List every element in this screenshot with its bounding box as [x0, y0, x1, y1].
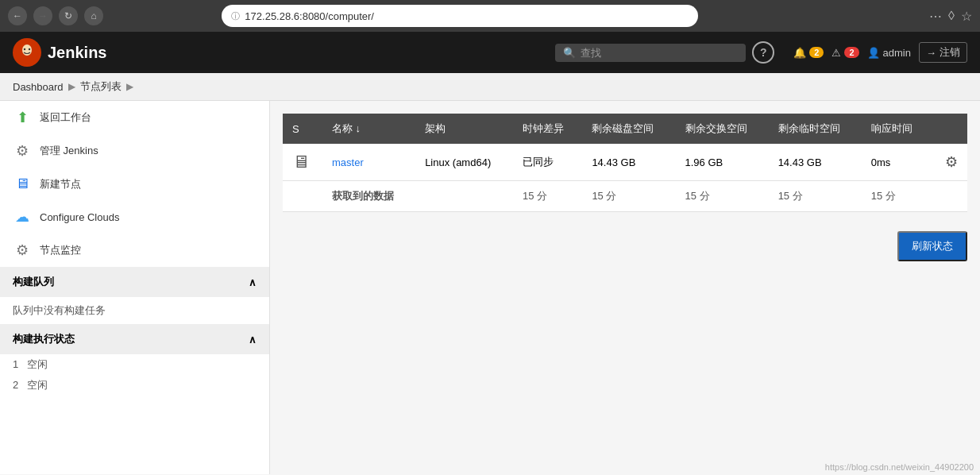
sidebar-configure-clouds-label: Configure Clouds	[40, 211, 119, 223]
sidebar-new-node-label: 新建节点	[40, 177, 81, 191]
data-response-cell: 15 分	[862, 181, 931, 212]
monitor-icon: 🖥	[13, 176, 32, 192]
sidebar-item-configure-clouds[interactable]: ☁ Configure Clouds	[0, 200, 269, 234]
data-disk-cell: 15 分	[582, 181, 675, 212]
col-temp: 剩余临时空间	[769, 114, 862, 144]
arrow-up-icon: ⬆	[13, 109, 32, 126]
home-button[interactable]: ⌂	[84, 6, 103, 25]
executor-1-num: 1	[13, 358, 18, 370]
search-icon: 🔍	[563, 47, 576, 59]
watermark: https://blog.csdn.net/weixin_44902200	[825, 462, 974, 472]
breadcrumb-current: 节点列表	[80, 79, 122, 94]
node-disk-cell: 14.43 GB	[582, 144, 675, 181]
more-icon[interactable]: ⋯	[929, 9, 942, 24]
breadcrumb-dashboard[interactable]: Dashboard	[13, 81, 64, 93]
bell-badge: 2	[809, 47, 824, 58]
bell-notification[interactable]: 🔔 2	[793, 47, 824, 59]
sidebar-item-new-node[interactable]: 🖥 新建节点	[0, 168, 269, 200]
breadcrumb: Dashboard ▶ 节点列表 ▶	[0, 73, 980, 101]
table-header-row: S 名称 ↓ 架构 时钟差异 剩余磁盘空间 剩余交换空间 剩余临时空间 响应时间	[283, 114, 967, 144]
nodes-table: S 名称 ↓ 架构 时钟差异 剩余磁盘空间 剩余交换空间 剩余临时空间 响应时间	[283, 114, 967, 212]
svg-point-2	[24, 48, 25, 50]
node-name-cell: master	[322, 144, 415, 181]
search-input[interactable]	[581, 47, 738, 59]
data-row-label: 获取到的数据	[332, 190, 394, 202]
user-button[interactable]: 👤 admin	[867, 47, 911, 59]
back-button[interactable]: ←	[8, 6, 27, 25]
logout-label: 注销	[939, 45, 960, 60]
col-swap: 剩余交换空间	[676, 114, 769, 144]
sidebar-item-node-monitor[interactable]: ⚙ 节点监控	[0, 234, 269, 267]
sidebar-node-monitor-label: 节点监控	[40, 243, 81, 257]
jenkins-search: 🔍 ?	[555, 41, 774, 64]
node-clock-cell: 已同步	[513, 144, 582, 181]
user-label: admin	[883, 47, 911, 59]
executor-2: 2 空闲	[0, 375, 269, 396]
node-swap-cell: 1.96 GB	[676, 144, 769, 181]
logout-button[interactable]: → 注销	[919, 42, 967, 63]
executor-1: 1 空闲	[0, 354, 269, 375]
svg-point-3	[29, 48, 30, 50]
search-box[interactable]: 🔍	[555, 44, 746, 62]
sidebar-manage-label: 管理 Jenkins	[40, 144, 98, 158]
help-button[interactable]: ?	[752, 41, 774, 64]
sidebar: ⬆ 返回工作台 ⚙ 管理 Jenkins 🖥 新建节点 ☁ Configure …	[0, 101, 270, 474]
gear-icon: ⚙	[13, 142, 32, 160]
warning-notification[interactable]: ⚠ 2	[831, 47, 858, 59]
jenkins-logo-text: Jenkins	[48, 44, 106, 62]
bookmark-icon[interactable]: ◊	[948, 9, 955, 23]
refresh-button[interactable]: 刷新状态	[897, 231, 967, 261]
node-arch-cell: Linux (amd64)	[415, 144, 513, 181]
node-icon-cell: 🖥	[283, 144, 322, 181]
breadcrumb-separator-2: ▶	[126, 81, 133, 92]
col-disk: 剩余磁盘空间	[582, 114, 675, 144]
build-queue-empty: 队列中没有构建任务	[13, 304, 106, 316]
sidebar-item-manage-jenkins[interactable]: ⚙ 管理 Jenkins	[0, 134, 269, 168]
table-row: 🖥 master Linux (amd64) 已同步 14.43 GB 1.96…	[283, 144, 967, 181]
reload-button[interactable]: ↻	[59, 6, 78, 25]
warning-badge: 2	[844, 47, 858, 58]
master-link[interactable]: master	[332, 156, 364, 168]
build-queue-content: 队列中没有构建任务	[0, 297, 269, 324]
node-monitor-icon: 🖥	[292, 152, 310, 172]
jenkins-logo: Jenkins	[13, 38, 106, 67]
build-queue-label: 构建队列	[13, 275, 54, 289]
build-queue-section[interactable]: 构建队列 ∧	[0, 267, 269, 297]
data-empty-cell	[283, 181, 322, 212]
executor-2-status: 空闲	[27, 379, 48, 391]
logout-icon: →	[926, 47, 936, 59]
address-bar[interactable]: ⓘ 172.25.28.6:8080/computer/	[222, 5, 698, 27]
col-response: 响应时间	[862, 114, 931, 144]
data-label-cell: 获取到的数据	[322, 181, 415, 212]
node-response-cell: 0ms	[862, 144, 931, 181]
data-swap-cell: 15 分	[676, 181, 769, 212]
content-area: S 名称 ↓ 架构 时钟差异 剩余磁盘空间 剩余交换空间 剩余临时空间 响应时间	[270, 101, 980, 474]
cloud-icon: ☁	[13, 208, 32, 226]
col-clock: 时钟差异	[513, 114, 582, 144]
lock-icon: ⓘ	[231, 10, 240, 22]
data-clock-cell: 15 分	[513, 181, 582, 212]
jenkins-header: Jenkins 🔍 ? 🔔 2 ⚠ 2 👤 admin → 注销	[0, 32, 980, 73]
header-actions: 🔔 2 ⚠ 2 👤 admin → 注销	[793, 42, 967, 63]
star-icon[interactable]: ☆	[961, 9, 972, 24]
node-gear-cell: ⚙	[931, 144, 967, 181]
breadcrumb-separator: ▶	[68, 81, 75, 92]
node-settings-button[interactable]: ⚙	[945, 153, 958, 171]
gear2-icon: ⚙	[13, 241, 32, 259]
node-temp-cell: 14.43 GB	[769, 144, 862, 181]
forward-button[interactable]: →	[33, 6, 52, 25]
data-arch-cell	[415, 181, 513, 212]
sidebar-item-back-workspace[interactable]: ⬆ 返回工作台	[0, 101, 269, 134]
build-executor-collapse-icon: ∧	[249, 334, 257, 346]
jenkins-logo-icon	[13, 38, 41, 67]
col-s: S	[283, 114, 322, 144]
data-row: 获取到的数据 15 分 15 分 15 分 15 分 15 分	[283, 181, 967, 212]
build-executor-section[interactable]: 构建执行状态 ∧	[0, 324, 269, 354]
url-text: 172.25.28.6:8080/computer/	[245, 10, 374, 22]
user-icon: 👤	[867, 47, 880, 59]
col-actions	[931, 114, 967, 144]
col-arch: 架构	[415, 114, 513, 144]
browser-right-icons: ⋯ ◊ ☆	[929, 9, 972, 24]
data-temp-cell: 15 分	[769, 181, 862, 212]
main-layout: ⬆ 返回工作台 ⚙ 管理 Jenkins 🖥 新建节点 ☁ Configure …	[0, 101, 980, 474]
